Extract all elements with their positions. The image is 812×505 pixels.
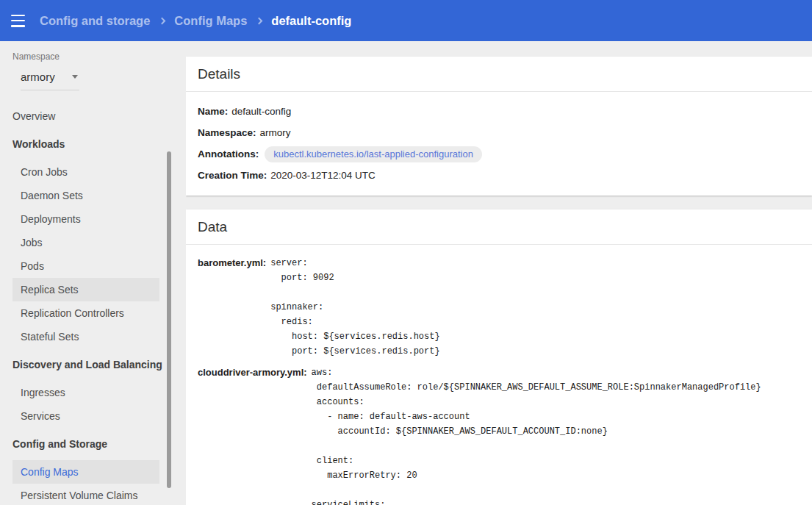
app-header: Config and storage Config Maps default-c… (0, 0, 812, 41)
breadcrumb-item-config-and-storage[interactable]: Config and storage (40, 14, 150, 28)
data-key: clouddriver-armory.yml: (198, 365, 307, 380)
hamburger-menu-button[interactable] (11, 15, 26, 27)
sidebar-section-config-and-storage[interactable]: Config and Storage (0, 432, 186, 456)
breadcrumb-item-current: default-config (271, 14, 351, 28)
sidebar-nav: Overview Workloads Cron Jobs Daemon Sets… (0, 104, 186, 505)
chevron-right-icon (256, 17, 263, 24)
sidebar-item-cron-jobs[interactable]: Cron Jobs (12, 160, 159, 184)
data-key: barometer.yml: (198, 256, 266, 271)
sidebar-item-config-maps[interactable]: Config Maps (12, 460, 159, 484)
details-card: Details Name: default-config Namespace: … (186, 57, 812, 196)
data-entry-barometer-yml: barometer.yml: server: port: 9092 spinna… (198, 256, 800, 359)
data-value: server: port: 9092 spinnaker: redis: hos… (270, 256, 439, 359)
sidebar-item-deployments[interactable]: Deployments (12, 207, 159, 231)
data-card: Data barometer.yml: server: port: 9092 s… (186, 209, 812, 505)
data-value: aws: defaultAssumeRole: role/${SPINNAKER… (312, 365, 761, 505)
data-entry-clouddriver-armory-yml: clouddriver-armory.yml: aws: defaultAssu… (198, 365, 800, 505)
namespace-select[interactable]: armory (21, 71, 79, 90)
creation-time-label: Creation Time: (198, 170, 267, 181)
name-value: default-config (231, 106, 291, 117)
dropdown-arrow-icon (72, 75, 78, 79)
breadcrumb-item-config-maps[interactable]: Config Maps (174, 14, 247, 28)
creation-time-value: 2020-03-12T12:04 UTC (270, 170, 376, 181)
detail-row-creation-time: Creation Time: 2020-03-12T12:04 UTC (198, 165, 800, 186)
sidebar-item-pods[interactable]: Pods (12, 254, 159, 278)
sidebar: Namespace armory Overview Workloads Cron… (0, 41, 186, 505)
breadcrumb: Config and storage Config Maps default-c… (40, 14, 358, 28)
sidebar-item-jobs[interactable]: Jobs (12, 231, 159, 254)
namespace-field-label: Namespace: (198, 127, 256, 138)
details-card-title: Details (186, 57, 812, 92)
sidebar-item-replica-sets[interactable]: Replica Sets (12, 278, 159, 301)
detail-row-namespace: Namespace: armory (198, 122, 800, 143)
sidebar-item-ingresses[interactable]: Ingresses (12, 381, 159, 404)
detail-row-annotations: Annotations: kubectl.kubernetes.io/last-… (198, 143, 800, 165)
namespace-label: Namespace (12, 51, 186, 62)
sidebar-item-replication-controllers[interactable]: Replication Controllers (12, 301, 159, 325)
namespace-selected-value: armory (21, 71, 55, 83)
detail-row-name: Name: default-config (198, 101, 800, 122)
annotation-chip[interactable]: kubectl.kubernetes.io/last-applied-confi… (265, 146, 482, 162)
sidebar-section-discovery-and-load-balancing[interactable]: Discovery and Load Balancing (0, 353, 186, 376)
data-card-title: Data (186, 209, 812, 245)
namespace-field-value: armory (260, 127, 291, 138)
menu-icon (11, 15, 25, 17)
main-content: Details Name: default-config Namespace: … (186, 41, 812, 505)
sidebar-item-services[interactable]: Services (12, 404, 159, 428)
name-label: Name: (198, 106, 228, 117)
sidebar-scrollbar-thumb[interactable] (167, 151, 171, 488)
chevron-right-icon (159, 17, 166, 24)
annotations-label: Annotations: (198, 148, 259, 160)
sidebar-item-overview[interactable]: Overview (0, 104, 186, 128)
sidebar-item-persistent-volume-claims[interactable]: Persistent Volume Claims (12, 484, 159, 505)
sidebar-section-workloads[interactable]: Workloads (0, 132, 186, 156)
sidebar-item-stateful-sets[interactable]: Stateful Sets (12, 325, 159, 348)
sidebar-item-daemon-sets[interactable]: Daemon Sets (12, 184, 159, 207)
